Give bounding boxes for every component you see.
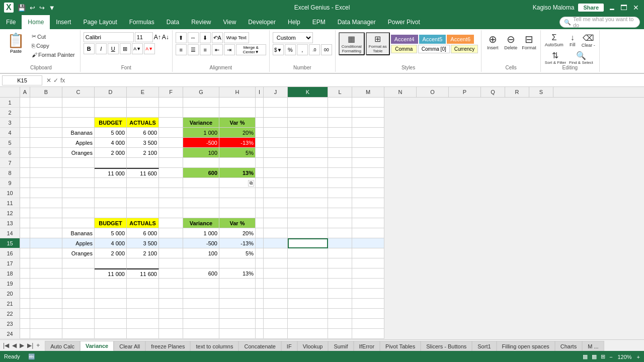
wrap-text-button[interactable]: Wrap Text (224, 32, 249, 43)
cell-C9[interactable] (62, 178, 95, 188)
cell-L3[interactable] (328, 118, 352, 128)
cell-J23[interactable] (264, 319, 288, 329)
cell-M18[interactable] (352, 268, 384, 279)
cell-A17[interactable] (20, 258, 30, 268)
cell-A20[interactable] (20, 289, 30, 299)
align-right-button[interactable]: ≡ (200, 44, 211, 55)
cell-I18[interactable] (256, 268, 264, 279)
cell-G17[interactable] (183, 258, 219, 268)
cell-C6-oranges[interactable]: Oranges (62, 148, 95, 158)
cell-H17[interactable] (219, 258, 256, 268)
cell-M3[interactable] (352, 118, 384, 128)
row-header-24[interactable]: 24 (0, 329, 20, 339)
cell-F24[interactable] (159, 329, 183, 339)
cell-I17[interactable] (256, 258, 264, 268)
cell-B4[interactable] (30, 128, 62, 138)
increase-decimal-button[interactable]: .0 (309, 44, 320, 55)
border-button[interactable]: ⊞ (120, 43, 131, 54)
cell-E19[interactable] (127, 279, 159, 289)
cell-I19[interactable] (256, 279, 264, 289)
cell-J5[interactable] (264, 138, 288, 148)
cell-J19[interactable] (264, 279, 288, 289)
rotate-text-button[interactable]: ↶A (212, 32, 223, 43)
col-header-H[interactable]: H (219, 87, 256, 97)
comma-style[interactable]: Comma (391, 45, 417, 53)
cell-J17[interactable] (264, 258, 288, 268)
cell-H20[interactable] (219, 289, 256, 299)
format-as-table-button[interactable]: ⊞ Format asTable (366, 32, 390, 55)
cell-E1[interactable] (127, 98, 159, 108)
tab-data-manager[interactable]: Data Manager (332, 15, 382, 29)
cell-J18[interactable] (264, 268, 288, 279)
add-sheet-button[interactable]: + (35, 341, 41, 350)
cell-M1[interactable] (352, 98, 384, 108)
function-icon[interactable]: fx (60, 77, 65, 84)
cell-A22[interactable] (20, 309, 30, 319)
cell-I1[interactable] (256, 98, 264, 108)
col-header-N[interactable]: N (384, 87, 417, 97)
cell-F11[interactable] (159, 198, 183, 208)
cell-C16-oranges2[interactable]: Oranges (62, 248, 95, 258)
cell-I12[interactable] (256, 208, 264, 218)
row-header-4[interactable]: 4 (0, 128, 20, 138)
cell-B15[interactable] (30, 238, 62, 248)
cell-H15-varpct2[interactable]: -13% (219, 238, 256, 248)
cell-J7[interactable] (264, 158, 288, 168)
cell-D3-budget-header[interactable]: BUDGET (95, 118, 127, 128)
cell-H13-varpct-header2[interactable]: Var % (219, 218, 256, 228)
cell-L12[interactable] (328, 208, 352, 218)
cell-A8[interactable] (20, 168, 30, 178)
cell-F12[interactable] (159, 208, 183, 218)
tab-file[interactable]: File (0, 15, 22, 29)
cell-J1[interactable] (264, 98, 288, 108)
cell-E22[interactable] (127, 309, 159, 319)
cell-E21[interactable] (127, 299, 159, 309)
cell-D20[interactable] (95, 289, 127, 299)
cell-G20[interactable] (183, 289, 219, 299)
cell-E3-actuals-header[interactable]: ACTUALS (127, 118, 159, 128)
cell-A7[interactable] (20, 158, 30, 168)
col-header-B[interactable]: B (30, 87, 62, 97)
row-header-21[interactable]: 21 (0, 299, 20, 309)
cell-F7[interactable] (159, 158, 183, 168)
cell-E20[interactable] (127, 289, 159, 299)
cell-K21[interactable] (288, 299, 328, 309)
row-header-2[interactable]: 2 (0, 108, 20, 118)
cell-H6-varpct[interactable]: 5% (219, 148, 256, 158)
formula-input[interactable] (69, 75, 642, 85)
cell-A13[interactable] (20, 218, 30, 228)
cell-K7[interactable] (288, 158, 328, 168)
cell-G19[interactable] (183, 279, 219, 289)
qat-more-icon[interactable]: ▼ (48, 4, 56, 12)
share-button[interactable]: Share (578, 4, 604, 12)
row-header-11[interactable]: 11 (0, 198, 20, 208)
cell-D15-budget2[interactable]: 4 000 (95, 238, 127, 248)
row-header-20[interactable]: 20 (0, 289, 20, 299)
cell-M16[interactable] (352, 248, 384, 258)
cell-D22[interactable] (95, 309, 127, 319)
cell-K24[interactable] (288, 329, 328, 339)
cell-A21[interactable] (20, 299, 30, 309)
cell-B6[interactable] (30, 148, 62, 158)
cell-F22[interactable] (159, 309, 183, 319)
cell-I5[interactable] (256, 138, 264, 148)
row-header-8[interactable]: 8 (0, 168, 20, 178)
cell-B16[interactable] (30, 248, 62, 258)
row-header-16[interactable]: 16 (0, 248, 20, 258)
cell-M24[interactable] (352, 329, 384, 339)
col-header-R[interactable]: R (505, 87, 529, 97)
cell-C13[interactable] (62, 218, 95, 228)
cell-H21[interactable] (219, 299, 256, 309)
col-header-J[interactable]: J (264, 87, 288, 97)
cell-B17[interactable] (30, 258, 62, 268)
cell-A10[interactable] (20, 188, 30, 198)
cell-G1[interactable] (183, 98, 219, 108)
sheet-tab-sort1[interactable]: Sort1 (472, 341, 496, 351)
tab-page-layout[interactable]: Page Layout (77, 15, 123, 29)
cell-K19[interactable] (288, 279, 328, 289)
cell-G10[interactable] (183, 188, 219, 198)
sheet-tab-filling[interactable]: Filling open spaces (497, 341, 555, 351)
cell-C14-bananas2[interactable]: Bananas (62, 228, 95, 238)
cell-F13[interactable] (159, 218, 183, 228)
cell-M5[interactable] (352, 138, 384, 148)
